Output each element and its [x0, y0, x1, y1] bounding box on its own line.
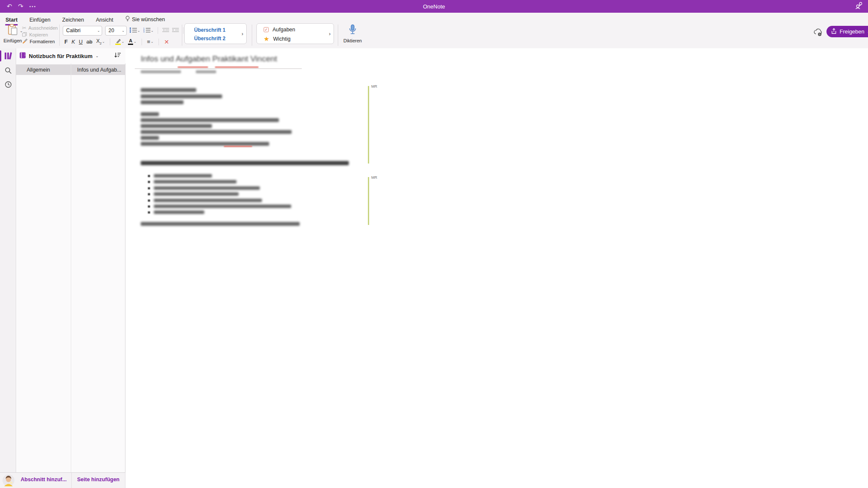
tab-ansicht[interactable]: Ansicht	[95, 16, 114, 26]
gallery-expand-icon[interactable]: ›	[329, 31, 331, 37]
chevron-down-icon: ⌄	[95, 54, 99, 58]
font-family-select[interactable]: Calibri ⌄	[63, 26, 102, 36]
spellcheck-underline	[215, 67, 259, 68]
copy-button[interactable]: Kopieren	[22, 32, 58, 37]
subscript-button[interactable]: X2 ⌄	[96, 38, 105, 45]
italic-button[interactable]: K	[72, 39, 75, 45]
spellcheck-underline	[224, 146, 252, 147]
page-item-infos[interactable]: Infos und Aufgab...	[71, 64, 125, 75]
note-canvas[interactable]: Infos und Aufgaben Praktikant Vincent MR…	[125, 48, 868, 488]
redacted-text-line	[154, 211, 204, 214]
tag-important[interactable]: ★ Wichtig	[264, 36, 290, 42]
share-button[interactable]: Freigeben ⌄	[826, 26, 868, 37]
format-painter-icon	[22, 39, 28, 44]
bullet-glyph	[148, 187, 150, 189]
group-divider	[252, 25, 252, 46]
bullet-glyph	[148, 200, 150, 202]
notebook-header[interactable]: Notizbuch für Praktikum ⌄	[16, 48, 125, 64]
bullet-glyph	[148, 211, 150, 214]
font-color-button[interactable]: A ⌄	[128, 39, 136, 45]
tags-gallery: ✓ Aufgaben ★ Wichtig ›	[256, 23, 334, 44]
strikethrough-button[interactable]: ab	[86, 39, 92, 45]
font-color-icon: A	[128, 39, 133, 45]
dictate-button[interactable]: Diktieren	[340, 24, 365, 43]
redacted-text-line	[141, 100, 184, 104]
redacted-text-line	[141, 136, 159, 140]
style-heading1[interactable]: Überschrift 1	[194, 27, 225, 33]
section-list: Allgemein	[16, 64, 71, 472]
bullet-list-icon	[130, 27, 137, 34]
sidebar: Notizbuch für Praktikum ⌄ Allgemein	[16, 48, 125, 472]
tag-todo[interactable]: ✓ Aufgaben	[264, 27, 295, 33]
clear-formatting-icon[interactable]: ✕	[164, 39, 169, 45]
redacted-date-text	[141, 70, 181, 73]
cut-button[interactable]: ✂ Ausschneiden	[22, 25, 58, 30]
bullet-glyph	[148, 175, 150, 177]
app-title: OneNote	[0, 0, 868, 13]
bullet-glyph	[148, 181, 150, 183]
redacted-text-line	[141, 124, 212, 128]
tab-sie-wuenschen[interactable]: Sie wünschen	[125, 15, 165, 26]
search-rail-button[interactable]	[0, 67, 16, 76]
redacted-text-line	[141, 88, 196, 92]
gallery-expand-icon[interactable]: ›	[242, 31, 243, 37]
user-avatar[interactable]	[3, 474, 14, 488]
format-painter-button[interactable]: Formatieren	[22, 39, 58, 44]
redacted-text-line	[141, 118, 279, 122]
font-size-select[interactable]: 20 ⌄	[105, 26, 127, 36]
notebook-icon	[19, 52, 26, 60]
sidebar-bottom-bar: Abschnitt hinzuf... Seite hinzufügen	[0, 472, 125, 488]
microphone-icon	[348, 29, 357, 36]
redacted-text-line	[141, 112, 159, 116]
bullet-list-button[interactable]: ⌄	[130, 27, 140, 34]
style-heading2[interactable]: Überschrift 2	[194, 36, 225, 42]
tab-zeichnen[interactable]: Zeichnen	[62, 16, 84, 26]
notebooks-rail-button[interactable]	[0, 52, 16, 62]
highlight-color-button[interactable]: ⌄	[115, 39, 124, 45]
divider	[159, 39, 159, 45]
section-item-allgemein[interactable]: Allgemein	[16, 64, 71, 75]
redacted-text-line	[154, 174, 212, 177]
chevron-down-icon: ⌄	[95, 29, 100, 33]
redacted-text-line	[154, 192, 239, 196]
sort-button[interactable]	[114, 52, 121, 60]
presence-chat-icon[interactable]	[854, 1, 863, 11]
redacted-text-line	[141, 130, 292, 134]
bullet-glyph	[148, 205, 150, 208]
divider	[110, 39, 110, 45]
page-title[interactable]: Infos und Aufgaben Praktikant Vincent	[141, 54, 277, 64]
highlighter-icon	[115, 39, 121, 45]
redacted-text-line	[141, 94, 222, 98]
redacted-text-line	[154, 205, 291, 208]
bold-button[interactable]: F	[64, 39, 68, 45]
sync-status-icon[interactable]	[813, 28, 823, 38]
group-divider	[59, 25, 60, 46]
group-divider	[182, 25, 182, 46]
underline-button[interactable]: U	[79, 39, 83, 45]
clipboard-icon	[7, 30, 19, 37]
add-page-button[interactable]: Seite hinzufügen	[71, 477, 125, 482]
outdent-icon[interactable]	[162, 27, 169, 34]
ribbon-tabs: Start Einfügen Zeichnen Ansicht Sie wüns…	[5, 15, 165, 26]
redacted-text-line	[141, 142, 269, 146]
coauthor-initials: MR	[371, 84, 377, 89]
styles-gallery: Überschrift 1 Überschrift 2 ›	[184, 23, 247, 44]
section-color-tab	[18, 66, 22, 74]
search-icon	[5, 67, 12, 76]
divider	[158, 27, 158, 34]
tab-einfuegen[interactable]: Einfügen	[29, 16, 50, 26]
divider	[142, 39, 142, 45]
coauthor-edit-marker	[368, 86, 369, 164]
paste-button[interactable]: ⌄ Einfügen	[3, 24, 22, 43]
indent-icon[interactable]	[172, 27, 179, 34]
star-icon: ★	[264, 36, 269, 42]
ribbon: Start Einfügen Zeichnen Ansicht Sie wüns…	[0, 13, 868, 49]
recent-notes-rail-button[interactable]	[0, 81, 16, 90]
redacted-text-line	[154, 186, 260, 190]
add-section-button[interactable]: Abschnitt hinzuf...	[16, 477, 71, 482]
numbered-list-button[interactable]: 1 2 3 ⌄	[143, 27, 154, 34]
copy-icon	[22, 32, 27, 38]
navigation-rail	[0, 48, 16, 472]
alignment-button[interactable]: ≡ ⌄	[147, 39, 153, 45]
main-area: Notizbuch für Praktikum ⌄ Allgemein	[0, 48, 868, 488]
